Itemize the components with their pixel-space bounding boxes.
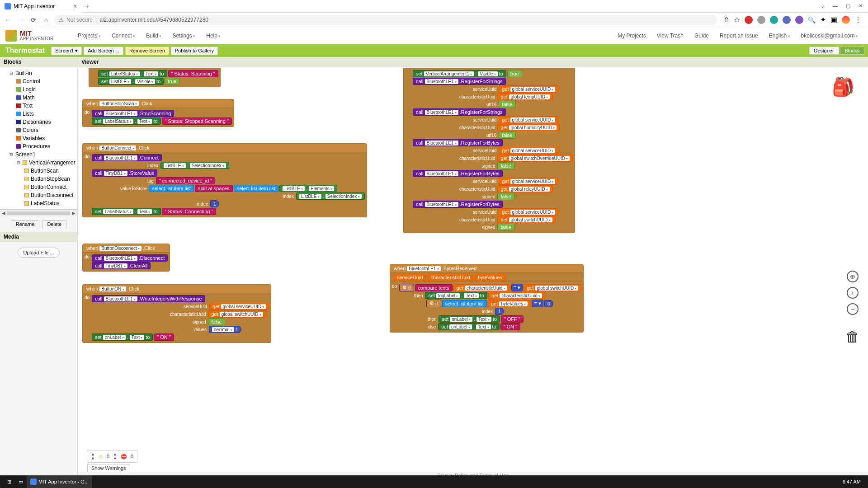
block-register-group[interactable]: set VerticalArrangement1 . Visible totru… xyxy=(403,68,575,233)
tree-button-stopscan[interactable]: ButtonStopScan xyxy=(0,175,77,183)
add-screen-button[interactable]: Add Screen ... xyxy=(84,47,123,55)
browser-titlebar: MIT App Inventor × + ⌄ — ▢ ✕ xyxy=(0,0,868,13)
ext-icon-4[interactable] xyxy=(783,16,791,24)
trash-icon[interactable]: 🗑 xyxy=(845,328,860,345)
menu-connect[interactable]: Connect xyxy=(107,30,140,42)
window-controls: ⌄ — ▢ ✕ xyxy=(815,3,868,9)
delete-button[interactable]: Delete xyxy=(42,220,66,228)
tree-button-disconnect[interactable]: ButtonDisconnect xyxy=(0,191,77,199)
block-fragment-scan[interactable]: set LabelStatus . Text to" Status: Scann… xyxy=(89,68,221,87)
logo-icon xyxy=(5,30,17,42)
tree-label-status[interactable]: LabelStatus xyxy=(0,199,77,207)
taskbar-clock[interactable]: 6:47 AM xyxy=(839,475,864,479)
language-selector[interactable]: English xyxy=(764,30,795,42)
tree-text[interactable]: Text xyxy=(0,102,77,110)
tree-math[interactable]: Math xyxy=(0,94,77,102)
blocks-tree[interactable]: ⊟Built-in Control Logic Math Text Lists … xyxy=(0,67,77,209)
link-guide[interactable]: Guide xyxy=(690,30,713,42)
logo-text: MITAPP INVENTOR xyxy=(20,30,53,41)
ext-icon-5[interactable] xyxy=(795,16,803,24)
warning-count: 0 xyxy=(107,454,109,459)
designer-mode-button[interactable]: Designer xyxy=(809,47,839,55)
forward-icon[interactable]: → xyxy=(16,16,25,23)
zoom-in-icon[interactable]: + xyxy=(847,287,859,299)
tree-vertical-arrangement[interactable]: ⊟VerticalArrangemer xyxy=(0,159,77,167)
profile-avatar[interactable] xyxy=(842,16,850,24)
back-icon[interactable]: ← xyxy=(4,16,13,23)
taskbar-app[interactable]: MIT App Inventor - G... xyxy=(27,475,92,479)
project-name: Thermostat xyxy=(4,47,47,55)
block-button-stopscan[interactable]: when ButtonStopScan .Click do call Bluet… xyxy=(82,99,234,127)
reload-icon[interactable]: ⟳ xyxy=(29,16,38,23)
screen-selector[interactable]: Screen1 ▾ xyxy=(51,47,82,55)
link-my-projects[interactable]: My Projects xyxy=(613,30,651,42)
new-tab-button[interactable]: + xyxy=(81,2,93,10)
ext-icon-3[interactable] xyxy=(770,16,778,24)
zoom-out-icon[interactable]: − xyxy=(847,303,859,315)
link-report-issue[interactable]: Report an Issue xyxy=(715,30,763,42)
tree-logic[interactable]: Logic xyxy=(0,85,77,94)
block-button-on[interactable]: when ButtonON .Click do call BluetoothLE… xyxy=(82,284,271,343)
maximize-icon[interactable]: ▢ xyxy=(846,3,850,9)
tree-button-connect[interactable]: ButtonConnect xyxy=(0,183,77,191)
menu-projects[interactable]: Projects xyxy=(73,30,105,42)
tree-screen1[interactable]: ⊟Screen1 xyxy=(0,150,77,159)
link-view-trash[interactable]: View Trash xyxy=(652,30,688,42)
menu-settings[interactable]: Settings xyxy=(168,30,200,42)
block-button-connect[interactable]: when ButtonConnect .Click do call Blueto… xyxy=(82,143,367,217)
sidebar: Blocks ⊟Built-in Control Logic Math Text… xyxy=(0,57,78,479)
blocks-panel-header: Blocks xyxy=(0,57,77,67)
panel-icon[interactable]: ▣ xyxy=(830,15,837,24)
warning-icon: ⚠ xyxy=(99,454,103,460)
security-label: Not secure xyxy=(66,17,93,23)
tree-button-scan[interactable]: ButtonScan xyxy=(0,167,77,175)
extensions-icon[interactable]: ✦ xyxy=(820,15,826,24)
publish-gallery-button[interactable]: Publish to Gallery xyxy=(171,47,218,55)
tree-control[interactable]: Control xyxy=(0,77,77,85)
tab-favicon xyxy=(5,3,11,9)
app-topbar: MITAPP INVENTOR Projects Connect Build S… xyxy=(0,27,868,44)
show-warnings-button[interactable]: Show Warnings xyxy=(87,464,130,472)
ext-icon-2[interactable] xyxy=(757,16,765,24)
tree-builtin[interactable]: ⊟Built-in xyxy=(0,69,77,77)
upload-file-button[interactable]: Upload File ... xyxy=(18,248,60,258)
star-icon[interactable]: ☆ xyxy=(734,15,740,24)
close-window-icon[interactable]: ✕ xyxy=(859,3,863,9)
workspace: Blocks ⊟Built-in Control Logic Math Text… xyxy=(0,57,868,479)
menu-help[interactable]: Help xyxy=(202,30,225,42)
warnings-panel[interactable]: ▲▼ ⚠0 ▲▼ ⛔0 Show Warnings xyxy=(87,450,137,463)
tree-variables[interactable]: Variables xyxy=(0,134,77,142)
tree-hscroll[interactable]: ◀▶ xyxy=(0,209,77,216)
url-field[interactable]: ⚠ Not secure | ai2.appinventor.mit.edu/#… xyxy=(54,15,717,25)
backpack-icon[interactable]: 🎒 xyxy=(832,76,854,98)
taskview-icon[interactable]: ▭ xyxy=(15,475,27,479)
menu-icon[interactable]: ⋮ xyxy=(854,15,862,24)
tab-close-icon[interactable]: × xyxy=(73,3,77,10)
account-menu[interactable]: bkolicoski@gmail.com xyxy=(797,30,863,42)
tree-colors[interactable]: Colors xyxy=(0,126,77,134)
insecure-icon: ⚠ xyxy=(59,17,64,23)
windows-taskbar: ⊞ ▭ MIT App Inventor - G... 6:47 AM xyxy=(0,475,868,479)
blocks-canvas[interactable]: set LabelStatus . Text to" Status: Scann… xyxy=(78,67,868,472)
browser-tab[interactable]: MIT App Inventor × xyxy=(0,0,81,13)
mit-logo[interactable]: MITAPP INVENTOR xyxy=(5,30,53,42)
error-icon: ⛔ xyxy=(121,454,127,460)
share-icon[interactable]: ⇧ xyxy=(723,15,729,24)
tree-lists[interactable]: Lists xyxy=(0,110,77,118)
blocks-mode-button[interactable]: Blocks xyxy=(840,47,864,55)
minimize-icon[interactable]: — xyxy=(833,3,838,9)
remove-screen-button[interactable]: Remove Screen xyxy=(125,47,169,55)
rename-button[interactable]: Rename xyxy=(11,220,40,228)
start-button[interactable]: ⊞ xyxy=(4,475,15,479)
search-icon[interactable]: 🔍 xyxy=(808,16,816,23)
block-bytes-received[interactable]: when BluetoothLE1 .BytesReceived service… xyxy=(390,264,584,333)
home-icon[interactable]: ⌂ xyxy=(42,16,51,23)
menu-build[interactable]: Build xyxy=(142,30,166,42)
viewer-area: Viewer set LabelStatus . Text to" Status… xyxy=(78,57,868,479)
block-button-disconnect[interactable]: when ButtonDisconnect .Click do call Blu… xyxy=(82,244,170,272)
tree-procedures[interactable]: Procedures xyxy=(0,142,77,150)
ext-icon-1[interactable] xyxy=(745,16,753,24)
center-icon[interactable]: ⊕ xyxy=(847,271,859,282)
tree-dictionaries[interactable]: Dictionaries xyxy=(0,118,77,126)
dropdown-icon[interactable]: ⌄ xyxy=(821,3,825,9)
